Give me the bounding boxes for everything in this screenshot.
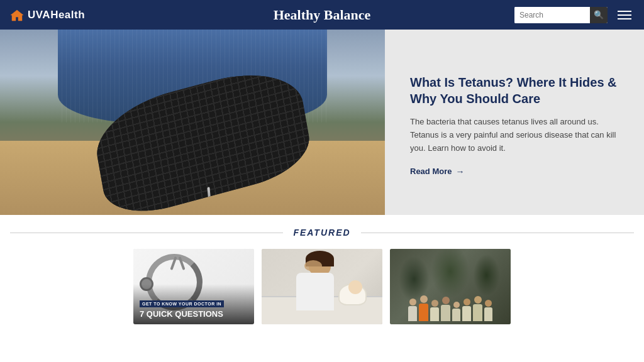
person-1: [408, 299, 417, 321]
p6-body: [462, 306, 471, 321]
featured-header: FEATURED: [10, 228, 634, 238]
card-3-image: [390, 249, 511, 324]
person-4: [441, 297, 450, 321]
featured-card-3[interactable]: [390, 249, 511, 324]
p3-body: [430, 307, 439, 321]
hero-section: What Is Tetanus? Where It Hides & Why Yo…: [0, 30, 644, 215]
woman-body: [296, 273, 334, 310]
p1-head: [409, 299, 416, 305]
person-3: [430, 300, 439, 321]
person-8: [484, 300, 492, 321]
p8-head: [485, 300, 492, 307]
featured-label: FEATURED: [283, 228, 360, 238]
p8-body: [484, 307, 492, 321]
search-button[interactable]: 🔍: [590, 7, 608, 23]
search-box: 🔍: [514, 7, 608, 23]
p5-head: [453, 302, 460, 308]
menu-button[interactable]: [615, 8, 634, 22]
featured-section: FEATURED GET TO KNOW YOUR DOCTOR IN 7 QU…: [0, 215, 644, 334]
person-5: [452, 302, 460, 321]
hero-image: [0, 30, 385, 215]
baby-head: [348, 280, 362, 294]
site-header: UVAHealth Healthy Balance 🔍: [0, 0, 644, 30]
hamburger-line-1: [618, 11, 631, 12]
logo[interactable]: UVAHealth: [10, 9, 85, 21]
logo-text: UVAHealth: [28, 9, 85, 21]
card-1-badge: GET TO KNOW YOUR DOCTOR IN: [140, 300, 224, 307]
featured-line-left: [10, 233, 283, 233]
person-7: [473, 296, 482, 321]
person-6: [462, 299, 471, 321]
svg-marker-0: [11, 10, 23, 21]
p6-head: [464, 299, 470, 305]
woman-hand: [304, 260, 322, 272]
featured-card-1[interactable]: GET TO KNOW YOUR DOCTOR IN 7 QUICK QUEST…: [133, 249, 254, 324]
search-input[interactable]: [514, 7, 590, 23]
search-icon: 🔍: [594, 10, 604, 19]
card-1-headline: 7 QUICK QUESTIONS: [140, 309, 248, 319]
people-group: [390, 295, 511, 321]
hamburger-line-3: [618, 18, 631, 19]
p2-head: [420, 295, 428, 303]
card-1-overlay: GET TO KNOW YOUR DOCTOR IN 7 QUICK QUEST…: [133, 284, 254, 324]
featured-cards-row: GET TO KNOW YOUR DOCTOR IN 7 QUICK QUEST…: [10, 249, 634, 324]
p7-head: [474, 296, 482, 304]
p3-head: [431, 300, 438, 307]
header-controls: 🔍: [514, 7, 634, 23]
person-2: [419, 295, 428, 321]
site-title: Healthy Balance: [274, 7, 371, 23]
hero-content: What Is Tetanus? Where It Hides & Why Yo…: [385, 30, 644, 215]
card-2-image: [262, 249, 382, 324]
featured-line-right: [361, 233, 634, 233]
hero-description: The bacteria that causes tetanus lives a…: [410, 116, 622, 155]
p4-body: [441, 305, 450, 321]
hero-image-inner: [0, 30, 385, 215]
featured-card-2[interactable]: [262, 249, 382, 324]
p7-body: [473, 304, 482, 321]
p2-body: [419, 304, 428, 321]
hamburger-line-2: [618, 14, 631, 16]
p1-body: [408, 306, 417, 321]
read-more-link[interactable]: Read More: [410, 167, 622, 177]
logo-icon: [10, 9, 24, 21]
hero-title: What Is Tetanus? Where It Hides & Why Yo…: [410, 74, 622, 107]
p4-head: [442, 297, 450, 304]
p5-body: [452, 309, 460, 321]
